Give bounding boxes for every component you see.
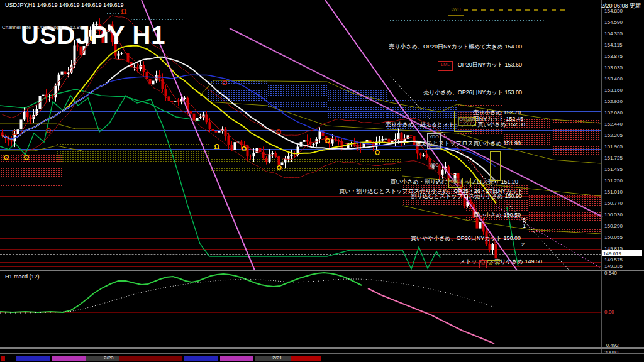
green-indicator-line	[0, 89, 200, 121]
bull-candle	[218, 131, 221, 133]
price-axis-label: 152.680	[604, 110, 623, 116]
level-box-YDO: YDO	[427, 133, 441, 149]
macd-line-rising	[0, 273, 362, 312]
bull-candle	[184, 98, 186, 99]
price-axis-label: 150.290	[604, 223, 623, 229]
gold-omega-marker: Ω	[375, 149, 380, 156]
ma-red-fast	[3, 29, 496, 246]
gold-omega-marker: Ω	[277, 164, 282, 172]
price-axis-label: 150.770	[604, 200, 623, 206]
session-segment	[220, 356, 253, 361]
bull-candle	[385, 139, 387, 140]
level-box-LWL: LWL	[448, 178, 462, 188]
bottom-border	[0, 361, 644, 361]
bear-candle	[294, 155, 296, 155]
bull-candle	[397, 133, 400, 139]
bear-candle	[215, 131, 218, 132]
order-annotation: 買いやや小さめ、OP26日NYカット 150.00	[411, 234, 521, 243]
price-axis-label: 152.205	[604, 133, 623, 138]
price-axis-label: 151.010	[604, 189, 623, 195]
env-lower	[3, 58, 496, 243]
date-label: 2/20	[104, 355, 114, 361]
level-box-LWH: LWH	[448, 6, 464, 16]
order-annotation: 売り小さめ、OP26日NYカット 153.00	[423, 89, 522, 97]
red-omega-marker: Ω	[46, 127, 52, 134]
bear-candle	[476, 218, 479, 229]
bear-candle	[162, 79, 164, 89]
price-axis-label: 153.875	[604, 53, 623, 59]
bull-candle	[48, 97, 51, 97]
bull-candle	[42, 95, 45, 96]
channel-info: Channel size = 1458 Slope = -42.89	[2, 25, 82, 30]
bear-candle	[419, 153, 422, 155]
red-omega-marker: Ω	[222, 79, 228, 87]
level-box-D: D	[494, 260, 501, 268]
macd-indicator-label: H1 macd (12)	[5, 273, 40, 280]
price-axis-label: 153.400	[604, 76, 623, 82]
current-price-tag: 149.619	[602, 250, 642, 256]
bear-candle	[278, 156, 280, 165]
gold-omega-marker: Ω	[325, 137, 331, 145]
chart-plot[interactable]: ΩΩΩΩΩΩΩΩΩΩΩΩΩ512	[0, 0, 644, 362]
red-omega-marker: Ω	[121, 8, 127, 15]
bear-candle	[190, 111, 192, 114]
red-omega-marker: Ω	[12, 129, 18, 136]
price-axis-label: 151.965	[604, 144, 623, 150]
order-annotation: 買い小さめ 150.50	[473, 211, 521, 219]
bear-candle	[209, 122, 211, 129]
price-axis-label: 149.575	[604, 257, 623, 263]
gold-omega-marker: Ω	[214, 143, 220, 150]
bear-candle	[410, 135, 413, 136]
gold-omega-marker: Ω	[24, 154, 30, 162]
bull-candle	[196, 118, 199, 120]
bull-candle	[287, 156, 290, 158]
price-axis-label: 152.440	[604, 121, 623, 127]
price-axis-label: 151.725	[604, 155, 623, 161]
bear-candle	[426, 155, 428, 158]
bear-candle	[11, 140, 13, 141]
level-box-plain	[490, 151, 501, 181]
price-axis-label: 150.530	[604, 212, 623, 217]
bull-candle	[253, 153, 255, 156]
bull-candle	[331, 139, 334, 144]
panel-separator-top[interactable]	[0, 270, 644, 272]
session-segment	[16, 356, 50, 361]
bear-candle	[265, 158, 268, 162]
bear-candle	[146, 72, 148, 79]
bear-candle	[26, 112, 29, 117]
session-segment	[52, 356, 86, 361]
price-axis-label: 149.335	[604, 263, 623, 269]
trendline[interactable]	[325, 0, 517, 270]
session-segment	[1, 356, 5, 361]
update-timestamp: 2/20 06:08 更新	[601, 2, 641, 10]
bull-candle	[152, 81, 155, 85]
bear-candle	[177, 101, 180, 102]
gold-omega-marker: Ω	[242, 145, 247, 153]
bear-candle	[489, 244, 491, 250]
date-label: 2/21	[272, 355, 282, 361]
price-axis-label: 154.590	[604, 19, 623, 25]
bull-candle	[121, 53, 123, 53]
bear-candle	[275, 153, 277, 156]
bear-candle	[495, 244, 497, 258]
price-axis-label: 151.485	[604, 167, 623, 172]
bull-candle	[441, 170, 444, 175]
bull-candle	[479, 222, 482, 229]
bear-candle	[228, 136, 230, 145]
session-segment	[291, 356, 321, 361]
symbol-ohlc-header: USDJPY,H1 149.619 149.619 149.619 149.61…	[5, 2, 124, 8]
bull-candle	[382, 139, 384, 140]
gold-omega-marker: Ω	[4, 154, 9, 162]
bull-candle	[379, 141, 381, 142]
bear-candle	[136, 67, 139, 69]
mt4-chart-window: USDJPY,H1 149.619 149.619 149.619 149.61…	[0, 0, 644, 362]
order-annotation: 割り込むとストップロス売り小さめ 150.90	[411, 192, 522, 200]
bull-candle	[423, 155, 425, 156]
bear-candle	[212, 129, 214, 131]
macd-line-falling	[368, 288, 494, 344]
price-axis-label: 153.635	[604, 65, 623, 70]
price-axis-label: 154.115	[604, 42, 622, 48]
level-box-YDC: YDC	[428, 162, 440, 177]
panel-separator-bottom[interactable]	[0, 347, 644, 349]
time-axis-line	[0, 353, 644, 354]
